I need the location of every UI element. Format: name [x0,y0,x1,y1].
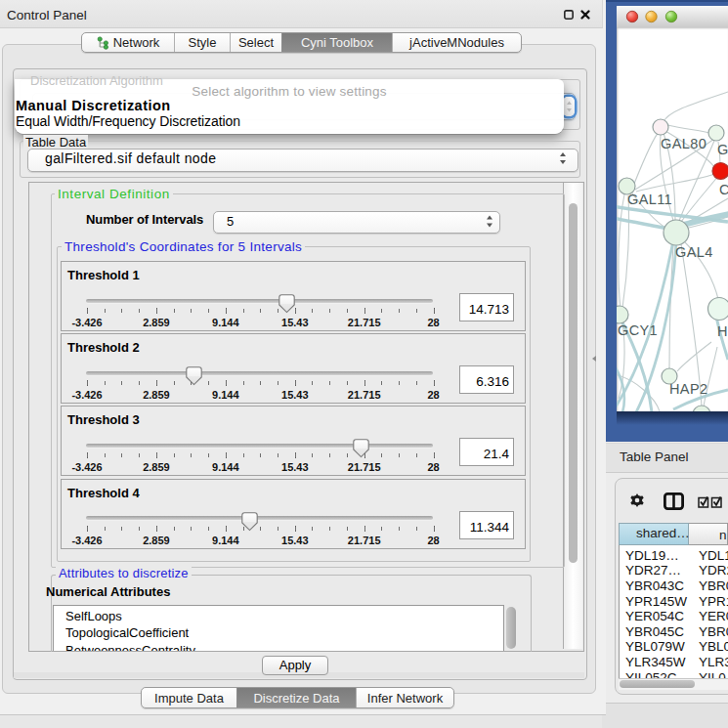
svg-text:GCY1: GCY1 [618,322,658,338]
svg-text:GAL2: GAL2 [717,142,728,157]
svg-text:HIS: HIS [717,323,728,339]
svg-text:HAP2: HAP2 [669,381,707,397]
svg-text:GAL4: GAL4 [675,244,713,260]
svg-text:CYC: CYC [719,182,728,197]
svg-text:GAL80: GAL80 [661,136,707,151]
svg-text:GAL11: GAL11 [627,192,672,207]
